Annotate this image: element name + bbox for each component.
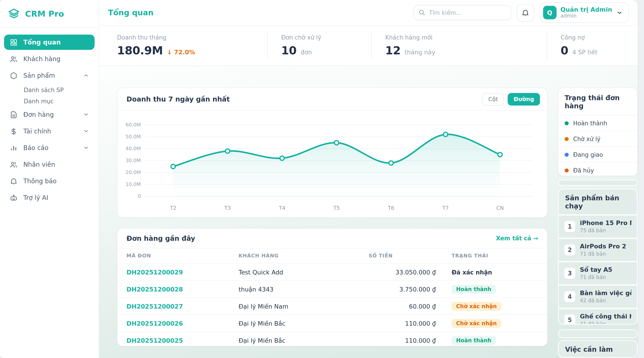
sidebar-item-báo-cáo[interactable]: Báo cáo — [4, 140, 95, 155]
product-list-item[interactable]: 2 AirPods Pro 2 71 đã bán — [559, 239, 637, 262]
table-row[interactable]: DH20251200026 Đại lý Miền Bắc 110.000 ₫ … — [118, 314, 547, 331]
main-area: Tổng quan — [99, 0, 638, 358]
notifications-button[interactable] — [516, 4, 534, 21]
search-icon — [418, 9, 425, 16]
panel-divider-strip — [558, 180, 638, 186]
product-sold-count: 71 đã bán — [580, 274, 612, 280]
status-legend-item[interactable]: Hoàn thành — [558, 115, 637, 131]
sidebar-item-nhân-viên[interactable]: Nhân viên — [4, 157, 95, 172]
user-role: admin — [560, 13, 612, 19]
order-customer: Test Quick Add — [238, 268, 369, 276]
user-info: Quản trị Admin admin — [560, 6, 612, 19]
product-rank-badge: 2 — [564, 244, 576, 255]
order-id-link[interactable]: DH20251200028 — [126, 285, 238, 293]
stat-unit: tháng này — [404, 49, 435, 56]
table-row[interactable]: DH20251200029 Test Quick Add 33.050.000 … — [118, 263, 547, 280]
revenue-line-chart: 010.0M20.0M30.0M40.0M50.0M60.0MT2T3T4T5T… — [124, 114, 542, 215]
product-sold-count: 71 đã bán — [580, 251, 626, 257]
chevron-down-icon — [83, 111, 89, 118]
status-legend-item[interactable]: Đã hủy — [558, 163, 637, 176]
svg-text:20.0M: 20.0M — [126, 169, 141, 175]
bell-icon — [521, 8, 530, 17]
sidebar-item-thông-báo[interactable]: Thông báo — [4, 173, 95, 189]
product-name: Ghế công thái học — [580, 313, 632, 320]
orders-header: Đơn hàng gần đây Xem tất cả → — [118, 229, 547, 248]
stat: Đơn chờ xử lý 10 đơn — [267, 32, 371, 60]
chevron-down-icon — [616, 9, 623, 16]
chevron-down-icon — [83, 145, 89, 151]
order-customer: Đại lý Miền Nam — [238, 302, 369, 310]
svg-text:10.0M: 10.0M — [126, 182, 141, 187]
order-customer: Đại lý Miền Bắc — [238, 337, 369, 344]
chevron-up-icon — [83, 72, 89, 79]
svg-text:60.0M: 60.0M — [126, 122, 141, 128]
chart-title: Doanh thu 7 ngày gần nhất — [126, 95, 230, 103]
sidebar-item-tổng-quan[interactable]: Tổng quan — [4, 35, 95, 50]
product-sold-count: 75 đã bán — [580, 227, 632, 234]
order-status-cell: Đã xác nhận — [436, 268, 538, 276]
users-icon — [10, 160, 18, 169]
sidebar-item-tài-chính[interactable]: Tài chính — [4, 123, 95, 139]
file-icon — [10, 110, 18, 119]
stats-band: Doanh thu tháng 180.9M ↓ 72.0% Đơn chờ x… — [99, 26, 638, 66]
svg-text:T5: T5 — [333, 205, 340, 211]
sidebar-subitem[interactable]: Danh sách SP — [4, 84, 95, 96]
status-label: Chờ xử lý — [573, 135, 600, 142]
stat-label: Doanh thu tháng — [117, 34, 267, 41]
status-legend-item[interactable]: Đang giao — [558, 147, 637, 163]
stat-value: 10 — [281, 44, 296, 57]
product-list-item[interactable]: 5 Ghế công thái học 41 đã bán — [559, 309, 637, 325]
top-products-title: Sản phẩm bán chạy — [559, 189, 637, 215]
order-id-link[interactable]: DH20251200025 — [126, 337, 238, 344]
order-id-link[interactable]: DH20251200027 — [126, 302, 238, 310]
table-row[interactable]: DH20251200028 thuận 4343 3.750.000 ₫ Hoà… — [118, 280, 547, 297]
sidebar-item-đơn-hàng[interactable]: Đơn hàng — [4, 107, 95, 122]
status-legend-item[interactable]: Chờ xử lý — [558, 131, 637, 147]
svg-text:CN: CN — [496, 205, 504, 211]
sidebar: CRM Pro Tổng quan Khách hàng Sản phẩm Da… — [0, 0, 99, 358]
status-dot — [564, 137, 569, 141]
status-dot — [564, 121, 569, 125]
order-status-card: Trạng thái đơn hàng Hoàn thành Chờ xử lý… — [558, 88, 638, 176]
col-header-amount: SỐ TIỀN — [369, 253, 436, 259]
stat-unit: 4 SP hết — [572, 49, 597, 56]
chevron-down-icon — [83, 128, 89, 134]
stat-label: Đơn chờ xử lý — [281, 34, 371, 41]
user-menu[interactable]: Q Quản trị Admin admin — [539, 2, 629, 23]
stage: CRM Pro Tổng quan Khách hàng Sản phẩm Da… — [0, 0, 644, 358]
revenue-chart-card: Doanh thu 7 ngày gần nhất Cột Đường 010.… — [117, 88, 548, 218]
svg-text:T6: T6 — [388, 205, 394, 211]
order-customer: Đại lý Miền Bắc — [238, 320, 369, 327]
page-title: Tổng quan — [108, 8, 154, 17]
chart-header: Doanh thu 7 ngày gần nhất Cột Đường — [118, 88, 547, 110]
toggle-line-button[interactable]: Đường — [508, 93, 540, 105]
order-id-link[interactable]: DH20251200029 — [126, 268, 238, 276]
order-status-legend: Hoàn thành Chờ xử lý Đang giao Đã hủy — [558, 115, 637, 176]
bell-icon — [10, 177, 18, 185]
topbar: Tổng quan — [99, 0, 638, 26]
right-column: Trạng thái đơn hàng Hoàn thành Chờ xử lý… — [558, 88, 638, 358]
product-list-item[interactable]: 3 Sổ tay A5 71 đã bán — [559, 262, 637, 285]
stat-unit: đơn — [300, 49, 312, 56]
order-status-cell: Hoàn thành — [436, 284, 538, 294]
orders-table-header: MÃ ĐƠN KHÁCH HÀNG SỐ TIỀN TRẠNG THÁI — [118, 248, 547, 263]
product-name: AirPods Pro 2 — [580, 243, 626, 250]
search-box — [413, 5, 511, 20]
product-rank-badge: 1 — [564, 221, 576, 232]
order-id-link[interactable]: DH20251200026 — [126, 320, 238, 327]
product-list-item[interactable]: 4 Bàn làm việc gỗ 42 đã bán — [559, 285, 637, 309]
toggle-bar-button[interactable]: Cột — [482, 93, 504, 105]
product-list-item[interactable]: 1 iPhone 15 Pro Max 25 75 đã bán — [559, 215, 637, 239]
dashboard-icon — [10, 38, 18, 47]
search-input[interactable] — [413, 5, 511, 20]
sidebar-item-khách-hàng[interactable]: Khách hàng — [4, 51, 95, 67]
table-row[interactable]: DH20251200027 Đại lý Miền Nam 60.000 ₫ C… — [118, 297, 547, 314]
sidebar-item-sản-phẩm[interactable]: Sản phẩm — [4, 68, 95, 83]
bars-icon — [10, 143, 18, 152]
status-badge: Đã xác nhận — [452, 269, 492, 276]
stat-value: 12 — [385, 44, 400, 57]
table-row[interactable]: DH20251200025 Đại lý Miền Bắc 110.000 ₫ … — [118, 331, 547, 346]
sidebar-subitem[interactable]: Danh mục — [4, 96, 95, 107]
view-all-link[interactable]: Xem tất cả → — [496, 235, 538, 242]
sidebar-item-trợ-lý-ai[interactable]: Trợ lý AI — [4, 190, 95, 205]
